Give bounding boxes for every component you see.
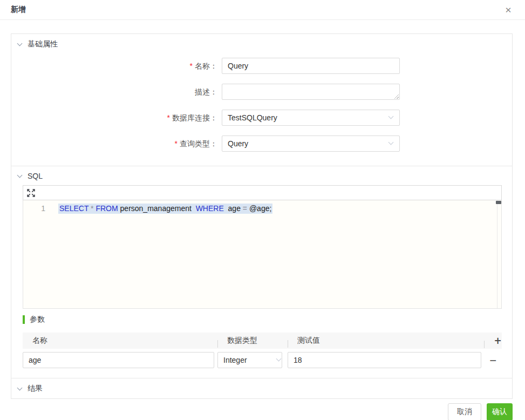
accent-bar [23,315,25,324]
params-section-title: 参数 [23,315,512,324]
section-header-basic[interactable]: 基础属性 [11,34,512,54]
params-table-header: 名称 数据类型 测试值 + [23,333,502,349]
column-header-value: 测试值 [288,336,484,346]
description-textarea[interactable] [222,84,400,100]
add-row-icon[interactable]: + [494,336,501,346]
close-icon[interactable]: ✕ [502,4,514,16]
param-row: Integer − [23,352,502,378]
chevron-down-icon [17,41,23,46]
connection-select-value: TestSQLQuery [228,113,277,122]
section-header-sql[interactable]: SQL [11,166,512,185]
form-row-name: *名称： [11,58,512,74]
dialog-footer: 取消 确认 [0,399,525,420]
column-header-action: + [484,336,502,346]
form-row-description: 描述： [11,84,512,100]
query-type-select[interactable]: Query [222,136,400,152]
chevron-down-icon [17,173,23,178]
column-header-type: 数据类型 [217,336,288,346]
dialog-title: 新增 [11,5,26,15]
section-header-result[interactable]: 结果 [11,378,512,398]
section-title-result: 结果 [28,384,43,394]
params-table: 名称 数据类型 测试值 + Integer − [23,333,502,378]
cancel-button[interactable]: 取消 [448,403,481,420]
param-type-select-value: Integer [223,356,247,364]
query-type-label: *查询类型： [11,136,217,152]
sql-code-text: SELECT * FROM person_management WHERE ag… [58,203,272,214]
section-title-sql: SQL [28,172,43,180]
chevron-down-icon [17,385,23,391]
sql-editor-toolbar [23,185,502,200]
params-title-text: 参数 [30,315,45,324]
description-label: 描述： [11,84,217,100]
confirm-button[interactable]: 确认 [487,403,513,420]
connection-label: *数据库连接： [11,110,217,126]
sql-code-line: 1 SELECT * FROM person_management WHERE … [23,200,501,214]
required-mark: * [167,113,170,122]
param-name-input[interactable] [23,352,214,368]
chevron-down-icon [388,114,394,119]
section-title-basic: 基础属性 [28,39,58,49]
param-type-select[interactable]: Integer [217,352,282,368]
basic-form: *名称： 描述： *数据库连接： TestSQLQuery *查询类型： [11,54,512,166]
dialog-body-panel: 基础属性 *名称： 描述： *数据库连接： TestSQLQuery [11,33,513,399]
form-row-connection: *数据库连接： TestSQLQuery [11,110,512,126]
chevron-down-icon [276,356,282,362]
chevron-down-icon [388,140,394,145]
dialog-header: 新增 ✕ [0,0,525,20]
scrollbar-thumb[interactable] [496,201,501,204]
required-mark: * [190,62,193,70]
query-type-select-value: Query [228,139,248,148]
remove-row-icon[interactable]: − [489,356,496,365]
required-mark: * [175,139,178,148]
name-input[interactable] [222,58,400,74]
scrollbar-track [497,200,497,308]
line-number: 1 [23,203,45,214]
name-label: *名称： [11,58,217,74]
fullscreen-icon[interactable] [27,189,35,197]
connection-select[interactable]: TestSQLQuery [222,110,400,126]
param-value-input[interactable] [288,352,481,368]
form-row-query-type: *查询类型： Query [11,136,512,152]
sql-editor: 1 SELECT * FROM person_management WHERE … [23,185,502,309]
column-header-name: 名称 [23,336,217,346]
sql-code-area[interactable]: 1 SELECT * FROM person_management WHERE … [23,200,502,309]
